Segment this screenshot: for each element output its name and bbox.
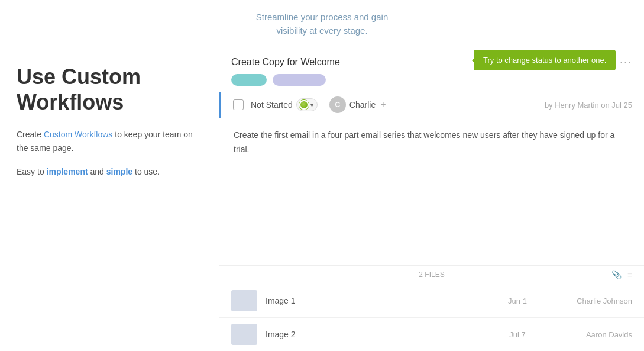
status-dot-icon	[299, 100, 309, 110]
task-checkbox[interactable]	[233, 99, 244, 110]
add-assignee-icon[interactable]: +	[380, 99, 386, 110]
file-name-2: Image 2	[266, 330, 486, 339]
tagline-section: Streamline your process and gain visibil…	[0, 0, 644, 46]
file-thumbnail-2	[231, 324, 257, 345]
sidebar-title: Use Custom Workflows	[17, 64, 202, 115]
files-section: 2 FILES 📎 ≡ Image 1 Jun 1 Charlie Johnso…	[219, 265, 644, 351]
card-title: Create Copy for Welcome	[231, 57, 340, 67]
main-content: Use Custom Workflows Create Custom Workf…	[0, 46, 644, 351]
assignee-initial: C	[335, 101, 340, 109]
assignee-name: Charlie	[349, 100, 376, 110]
status-pill-teal	[231, 74, 267, 86]
tooltip-bubble: Try to change status to another one.	[474, 50, 616, 70]
sidebar-title-use: Use Custom	[17, 65, 141, 89]
status-pill-lavender	[273, 74, 326, 86]
right-panel: Create Copy for Welcome ··· Try to chang…	[219, 46, 644, 351]
attach-icon[interactable]: 📎	[611, 270, 622, 279]
task-meta: by Henry Martin on Jul 25	[545, 101, 632, 110]
file-row-2: Image 2 Jul 7 Aaron Davids	[219, 317, 644, 351]
file-name-1: Image 1	[266, 296, 486, 305]
tagline-line1: Streamline your process and gain	[256, 12, 388, 22]
card-header: Create Copy for Welcome ··· Try to chang…	[219, 46, 644, 68]
file-owner-2: Aaron Davids	[549, 330, 632, 339]
sidebar-title-workflows: Workflows	[17, 90, 124, 114]
status-dot-container[interactable]: ▾	[296, 98, 318, 111]
task-description: Create the first email in a four part em…	[219, 118, 644, 265]
files-actions: 📎 ≡	[611, 270, 632, 279]
files-header: 2 FILES 📎 ≡	[219, 266, 644, 284]
list-icon[interactable]: ≡	[627, 270, 632, 279]
status-chevron-icon: ▾	[310, 102, 313, 108]
file-thumbnail-1	[231, 290, 257, 311]
file-row: Image 1 Jun 1 Charlie Johnson	[219, 284, 644, 317]
tagline-line2: visibility at every stage.	[276, 25, 367, 36]
task-status: Not Started ▾	[251, 98, 318, 111]
card-menu-dots[interactable]: ···	[620, 56, 632, 68]
assignee-avatar[interactable]: C	[329, 96, 346, 113]
left-sidebar: Use Custom Workflows Create Custom Workf…	[0, 46, 219, 351]
sidebar-description: Create Custom Workflows to keep your tea…	[17, 128, 202, 154]
status-pills	[219, 68, 644, 92]
page-container: Streamline your process and gain visibil…	[0, 0, 644, 351]
sidebar-easy-text: Easy to implement and simple to use.	[17, 165, 202, 178]
files-label: 2 FILES	[419, 271, 444, 279]
task-assignee: C Charlie +	[329, 96, 386, 113]
file-date-2: Jul 7	[494, 330, 541, 339]
task-description-text: Create the first email in a four part em…	[234, 130, 614, 154]
task-status-label: Not Started	[251, 100, 293, 110]
file-owner-1: Charlie Johnson	[549, 297, 632, 305]
task-row: Not Started ▾ C Charlie + by Henry Marti…	[219, 92, 644, 118]
tagline-text: Streamline your process and gain visibil…	[0, 11, 644, 37]
tooltip-text: Try to change status to another one.	[483, 56, 606, 65]
file-date-1: Jun 1	[494, 297, 541, 305]
